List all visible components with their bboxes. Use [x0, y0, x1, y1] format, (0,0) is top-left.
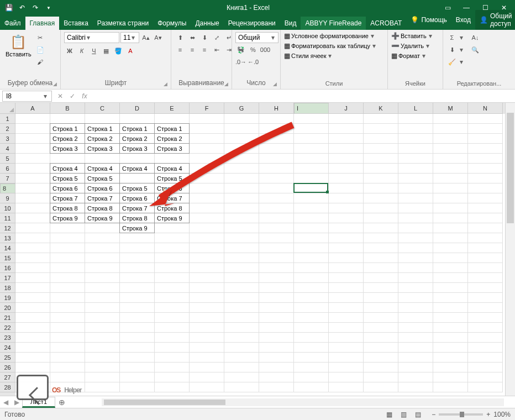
cell-M24[interactable] — [433, 343, 468, 353]
cell-J4[interactable] — [329, 144, 364, 154]
tab-acrobat[interactable]: ACROBAT — [366, 17, 406, 30]
cell-A7[interactable] — [15, 174, 50, 183]
align-center-icon[interactable]: ≡ — [187, 44, 198, 55]
cell-G12[interactable] — [224, 223, 259, 233]
cell-I21[interactable] — [294, 313, 329, 323]
cell-D11[interactable]: Строка 8 — [119, 213, 155, 223]
cell-L5[interactable] — [398, 154, 433, 164]
cell-F15[interactable] — [190, 253, 224, 263]
cell-C18[interactable] — [85, 283, 120, 293]
row-header-7[interactable]: 7 — [0, 174, 15, 183]
cell-I25[interactable] — [294, 353, 329, 363]
row-header-4[interactable]: 4 — [0, 144, 15, 154]
cell-K21[interactable] — [364, 313, 398, 323]
zoom-slider[interactable] — [439, 413, 483, 416]
cell-L3[interactable] — [398, 134, 433, 144]
cell-D15[interactable] — [120, 253, 155, 263]
cell-E27[interactable] — [155, 372, 190, 382]
font-color-icon[interactable]: A — [125, 45, 136, 56]
tab-abbyy[interactable]: ABBYY FineReade — [301, 17, 366, 30]
cells-area[interactable]: Строка 1Строка 1Строка 1Строка 1Строка 2… — [15, 114, 505, 396]
cell-I3[interactable] — [294, 134, 329, 144]
cell-J5[interactable] — [329, 154, 364, 164]
cell-H6[interactable] — [259, 164, 294, 174]
currency-icon[interactable]: 💱 — [235, 44, 246, 55]
shrink-font-icon[interactable]: A▾ — [153, 32, 164, 43]
cell-G3[interactable] — [224, 134, 259, 144]
formula-input[interactable] — [91, 91, 515, 101]
cell-K13[interactable] — [364, 233, 398, 243]
row-header-22[interactable]: 22 — [0, 323, 15, 333]
cell-N8[interactable] — [468, 183, 503, 193]
cell-L12[interactable] — [398, 223, 433, 233]
cell-C8[interactable]: Строка 6 — [85, 183, 120, 193]
cell-N9[interactable] — [468, 193, 503, 203]
cell-L18[interactable] — [398, 283, 433, 293]
cell-E18[interactable] — [155, 283, 190, 293]
cell-N7[interactable] — [468, 174, 503, 183]
cell-L20[interactable] — [398, 303, 433, 313]
row-header-10[interactable]: 10 — [0, 203, 15, 213]
row-header-21[interactable]: 21 — [0, 313, 15, 323]
cell-I24[interactable] — [294, 343, 329, 353]
cut-icon[interactable]: ✂ — [35, 32, 46, 43]
cell-J3[interactable] — [329, 134, 364, 144]
row-header-12[interactable]: 12 — [0, 223, 15, 233]
cell-J12[interactable] — [329, 223, 364, 233]
cell-G24[interactable] — [224, 343, 259, 353]
cell-J17[interactable] — [329, 273, 364, 283]
cell-D28[interactable] — [120, 382, 155, 392]
cell-L2[interactable] — [398, 124, 433, 134]
row-header-27[interactable]: 27 — [0, 372, 15, 382]
cell-M22[interactable] — [433, 323, 468, 333]
cell-A16[interactable] — [15, 263, 50, 273]
cell-B2[interactable]: Строка 1 — [50, 123, 85, 134]
cell-E16[interactable] — [155, 263, 190, 273]
cell-N3[interactable] — [468, 134, 503, 144]
cell-A24[interactable] — [15, 343, 50, 353]
cell-K20[interactable] — [364, 303, 398, 313]
cell-N5[interactable] — [468, 154, 503, 164]
col-header-I[interactable]: I — [294, 103, 329, 114]
row-header-18[interactable]: 18 — [0, 283, 15, 293]
cell-G15[interactable] — [224, 253, 259, 263]
cell-I7[interactable] — [294, 174, 329, 183]
cell-C9[interactable]: Строка 7 — [85, 193, 120, 203]
cell-F11[interactable] — [190, 213, 224, 223]
cell-L26[interactable] — [398, 363, 433, 372]
login-button[interactable]: Вход — [451, 13, 475, 27]
cell-H22[interactable] — [259, 323, 294, 333]
cell-F9[interactable] — [190, 193, 224, 203]
fill-icon[interactable]: ⬇ — [446, 44, 458, 55]
cell-N2[interactable] — [468, 124, 503, 134]
cell-E25[interactable] — [155, 353, 190, 363]
cell-E2[interactable]: Строка 1 — [154, 123, 190, 134]
delete-cells-button[interactable]: ➖Удалить▾ — [391, 42, 430, 50]
cell-G7[interactable] — [224, 174, 259, 183]
cell-A8[interactable] — [15, 183, 50, 193]
cell-E5[interactable] — [155, 154, 190, 164]
cell-H13[interactable] — [259, 233, 294, 243]
cancel-icon[interactable]: ✕ — [54, 91, 66, 102]
col-header-J[interactable]: J — [329, 103, 364, 114]
row-header-28[interactable]: 28 — [0, 382, 15, 392]
row-header-25[interactable]: 25 — [0, 353, 15, 363]
cell-M18[interactable] — [433, 283, 468, 293]
cell-M15[interactable] — [433, 253, 468, 263]
cell-J1[interactable] — [329, 114, 364, 124]
cell-E23[interactable] — [155, 333, 190, 343]
sort-filter-icon[interactable]: A↓ — [470, 32, 481, 43]
paste-button[interactable]: 📋 Вставить — [3, 32, 34, 60]
cell-A26[interactable] — [15, 363, 50, 372]
cell-M23[interactable] — [433, 333, 468, 343]
cell-L4[interactable] — [398, 144, 433, 154]
cell-F27[interactable] — [190, 372, 224, 382]
inc-decimal-icon[interactable]: .0→ — [235, 56, 246, 67]
cell-H20[interactable] — [259, 303, 294, 313]
cell-M10[interactable] — [433, 203, 468, 213]
cell-M11[interactable] — [433, 213, 468, 223]
cell-J9[interactable] — [329, 193, 364, 203]
cell-M8[interactable] — [433, 183, 468, 193]
share-button[interactable]: 👤Общий доступ — [475, 10, 515, 30]
cell-J19[interactable] — [329, 293, 364, 303]
